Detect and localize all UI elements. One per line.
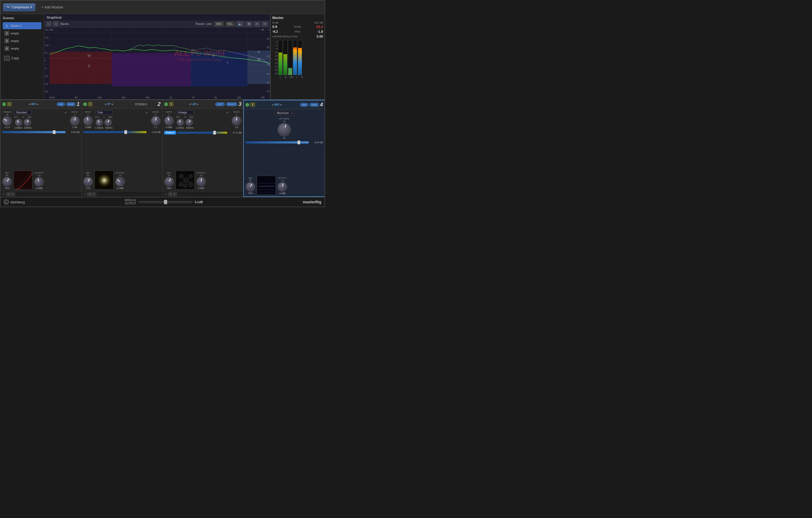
scene-num-2: 2 (4, 31, 9, 36)
att-knob-3[interactable] (176, 118, 185, 127)
module-2-stereo-label: STEREO (125, 103, 156, 106)
scene-item-4[interactable]: 4 empty (3, 45, 41, 52)
att-knob-1[interactable] (13, 117, 24, 127)
output-knob-2[interactable] (113, 175, 127, 189)
module-2-type-select[interactable]: Tube Standard Vintage (95, 110, 113, 115)
scenes-title: Scenes (3, 16, 41, 20)
module-2-mode-label: ST (107, 103, 111, 105)
copy-button[interactable]: Copy (3, 55, 41, 62)
module-4-fader-handle[interactable] (297, 141, 300, 144)
module-3-sc-power[interactable] (164, 193, 167, 195)
module-1-mid-btn[interactable]: MID (57, 102, 65, 106)
module-3-fader-handle[interactable] (213, 131, 216, 134)
module-1-sc-power[interactable] (2, 193, 5, 195)
scene-item-3[interactable]: 3 empty (3, 37, 41, 44)
input-knob-2[interactable] (82, 115, 94, 126)
module-2-sc-btn[interactable]: SC ▼ (87, 192, 96, 196)
module-1-fader[interactable] (2, 131, 65, 133)
module-4-output: OUTPUT-15 4.9dB (278, 177, 287, 195)
module-1-number: 1 (77, 101, 80, 107)
module-3-left-btn[interactable]: LEFT (215, 102, 225, 106)
module-4-optimize-val: 71 (283, 137, 286, 140)
module-4-mid-btn[interactable]: MID (300, 103, 308, 107)
rel-btn[interactable]: REL (226, 22, 235, 26)
mix-knob-1[interactable] (0, 175, 13, 188)
output-fader-handle[interactable] (164, 200, 167, 204)
drive-knob-2[interactable] (150, 115, 161, 126)
mix-knob-2[interactable] (81, 175, 94, 188)
redo-btn[interactable]: ↪ (262, 21, 268, 27)
module-4-type-select[interactable]: Maximizer Standard Vintage (275, 111, 294, 115)
master-db-row: IN dB OUT dB (272, 21, 323, 24)
module-2-type-select-wrap: Tube Standard Vintage (95, 110, 149, 115)
rel-knob-2[interactable] (104, 118, 113, 127)
steinberg-logo: ▶ steinberg (4, 200, 25, 205)
meter-out-L-fill (293, 48, 297, 75)
eq-title: Graphical (44, 14, 270, 21)
add-module-button[interactable]: + Add Module (39, 4, 65, 10)
module-2-output-val: -6.3dB (116, 187, 123, 189)
module-3-att-rel: ATTAREL 2.19ms 604ms (176, 116, 230, 129)
optimize-knob[interactable] (276, 121, 293, 139)
module-3-att-val: 2.19ms (176, 126, 184, 129)
scene-item-1[interactable]: 1 Scene 1 (3, 22, 41, 29)
module-3-solo[interactable]: S (169, 102, 174, 106)
module-2-fader-handle[interactable] (124, 130, 127, 134)
mix-knob-4[interactable] (244, 180, 257, 193)
module-2-solo[interactable]: S (88, 102, 93, 106)
input-knob-3[interactable] (163, 115, 175, 127)
eq-graph[interactable]: M S R L S M (44, 27, 270, 99)
module-3-type-select[interactable]: Vintage Standard Tube (176, 110, 194, 115)
meter-bottom-labels: L R GR L R (272, 76, 323, 79)
module-2-sc-power[interactable] (83, 193, 86, 195)
module-output-label: MODULEOUTPUT (125, 199, 136, 205)
output-knob-1[interactable] (33, 176, 45, 188)
att-knob-2[interactable] (94, 117, 105, 127)
module-3-power[interactable] (164, 102, 168, 106)
output-fader[interactable] (139, 201, 193, 203)
module-1-sc-btn[interactable]: SC ▼ (6, 192, 15, 196)
output-knob-3[interactable] (195, 176, 207, 187)
module-2-power[interactable] (83, 102, 87, 106)
thresh-knob[interactable] (0, 114, 13, 127)
module-1-header: S ◄ M/S ► MID SIDE 1 (1, 100, 81, 109)
module-4-solo[interactable]: S (250, 103, 255, 107)
speaker-btn[interactable]: 🔈 (236, 21, 244, 27)
mix-knob-3[interactable] (162, 175, 176, 188)
scene-label-3: empty (11, 39, 19, 42)
module-1-fader-val: 0.00 dB (67, 131, 80, 133)
rel-knob-3[interactable] (184, 117, 194, 127)
module-4-bottom-row: MIX50 75% OUTPUT-1 (245, 145, 323, 195)
module-3-right-btn[interactable]: RIGHT (226, 102, 237, 106)
module-3-fader[interactable] (177, 131, 228, 134)
scene-item-2[interactable]: 2 empty (3, 30, 41, 37)
module-4-side-btn[interactable]: SIDE (310, 103, 319, 107)
module-3-sc-btn[interactable]: SC ▼ (168, 192, 177, 196)
eq-minus-btn[interactable]: − (46, 21, 52, 26)
output-knob-4[interactable] (277, 181, 288, 193)
module-1-type-select[interactable]: Standard Vintage Tube (14, 110, 32, 115)
module-2-att-val: 1.00ms (95, 126, 103, 129)
module-3-att-group: ATTAREL 2.19ms 604ms (176, 116, 194, 129)
meter-gr-fill (288, 68, 292, 75)
ratio-knob-3[interactable] (231, 115, 242, 126)
rel-knob-1[interactable] (23, 118, 32, 127)
module-1-solo[interactable]: S (7, 102, 12, 106)
eq-plus-btn[interactable]: + (53, 21, 59, 26)
settings-btn[interactable]: ⚙ (246, 21, 252, 27)
module-4-power[interactable] (245, 103, 249, 107)
svg-rect-20 (191, 52, 248, 86)
module-1-power[interactable] (2, 102, 6, 106)
module-2-fader[interactable] (83, 131, 147, 133)
ratio-knob-1[interactable] (69, 115, 81, 126)
compressor-tab[interactable]: 〜 Compressor A (3, 3, 35, 11)
undo-btn[interactable]: ↩ (254, 21, 260, 27)
module-4-fader[interactable] (245, 141, 309, 144)
module-1-row1: THRESH-30 -11.4 Standard Vintage Tube (2, 110, 80, 129)
module-1-fader-handle[interactable] (53, 130, 56, 134)
abs-btn[interactable]: ABS (214, 22, 224, 26)
module-2-center: Tube Standard Vintage ATTAREL (95, 110, 149, 129)
module-3-punch-label[interactable]: PUNCH (164, 131, 176, 134)
svg-rect-18 (50, 52, 112, 84)
module-1-side-btn[interactable]: SIDE (66, 102, 76, 106)
